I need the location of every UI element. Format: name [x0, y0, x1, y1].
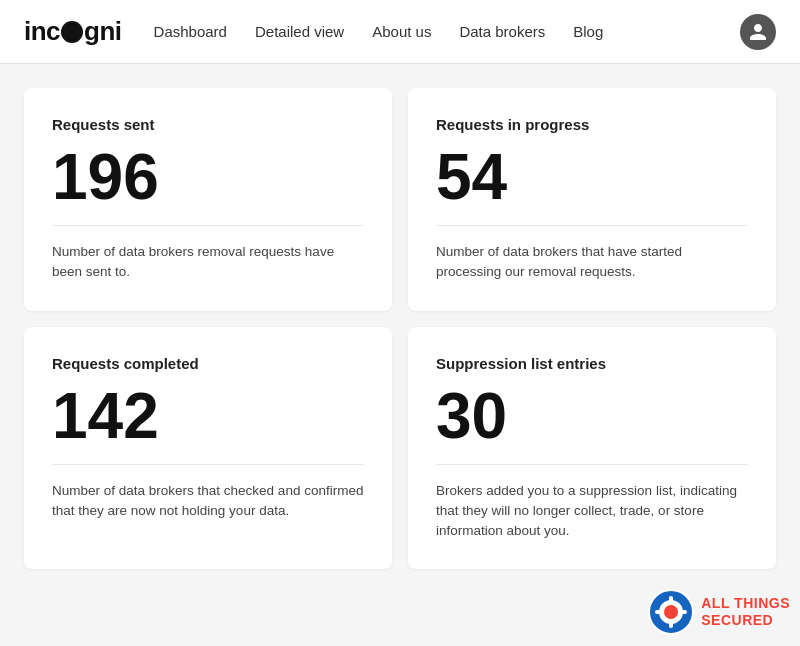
- nav-item-about-us[interactable]: About us: [372, 23, 431, 40]
- nav-item-detailed-view[interactable]: Detailed view: [255, 23, 344, 40]
- card-requests-in-progress-title: Requests in progress: [436, 116, 748, 133]
- card-requests-in-progress-divider: [436, 225, 748, 226]
- svg-rect-6: [681, 610, 687, 614]
- nav-item-blog[interactable]: Blog: [573, 23, 603, 40]
- watermark-line1: ALL THINGS: [701, 595, 790, 612]
- svg-point-0: [649, 590, 693, 634]
- svg-rect-3: [669, 596, 673, 602]
- user-avatar[interactable]: [740, 14, 776, 50]
- header: incgni Dashboard Detailed view About us …: [0, 0, 800, 64]
- watermark-icon: [647, 588, 695, 636]
- svg-point-1: [659, 600, 683, 624]
- watermark-line2: SECURED: [701, 612, 790, 629]
- card-requests-sent-title: Requests sent: [52, 116, 364, 133]
- card-requests-completed-description: Number of data brokers that checked and …: [52, 481, 364, 522]
- card-requests-sent-divider: [52, 225, 364, 226]
- logo-text: incgni: [24, 16, 122, 47]
- svg-rect-4: [669, 622, 673, 628]
- card-suppression-list-divider: [436, 464, 748, 465]
- card-suppression-list-number: 30: [436, 384, 748, 448]
- card-requests-completed-number: 142: [52, 384, 364, 448]
- card-requests-completed-divider: [52, 464, 364, 465]
- nav-item-dashboard[interactable]: Dashboard: [154, 23, 227, 40]
- card-suppression-list: Suppression list entries 30 Brokers adde…: [408, 327, 776, 570]
- card-requests-in-progress-number: 54: [436, 145, 748, 209]
- card-requests-in-progress: Requests in progress 54 Number of data b…: [408, 88, 776, 311]
- card-requests-completed-title: Requests completed: [52, 355, 364, 372]
- nav-item-data-brokers[interactable]: Data brokers: [459, 23, 545, 40]
- card-suppression-list-description: Brokers added you to a suppression list,…: [436, 481, 748, 542]
- logo[interactable]: incgni: [24, 16, 122, 47]
- watermark-text: ALL THINGS SECURED: [701, 595, 790, 629]
- card-requests-completed: Requests completed 142 Number of data br…: [24, 327, 392, 570]
- svg-rect-5: [655, 610, 661, 614]
- card-suppression-list-title: Suppression list entries: [436, 355, 748, 372]
- card-requests-sent: Requests sent 196 Number of data brokers…: [24, 88, 392, 311]
- svg-point-2: [664, 605, 678, 619]
- main-nav: Dashboard Detailed view About us Data br…: [154, 14, 776, 50]
- card-requests-sent-description: Number of data brokers removal requests …: [52, 242, 364, 283]
- watermark: ALL THINGS SECURED: [647, 588, 790, 636]
- card-requests-in-progress-description: Number of data brokers that have started…: [436, 242, 748, 283]
- card-requests-sent-number: 196: [52, 145, 364, 209]
- dashboard-main: Requests sent 196 Number of data brokers…: [0, 64, 800, 593]
